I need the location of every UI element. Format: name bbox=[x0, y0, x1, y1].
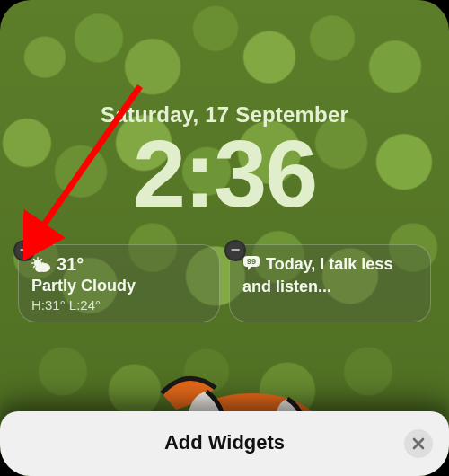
quote-bubble-icon: 99 bbox=[242, 255, 260, 277]
weather-condition: Partly Cloudy bbox=[31, 277, 207, 295]
svg-point-10 bbox=[35, 265, 44, 272]
remove-widget-button[interactable]: − bbox=[224, 240, 246, 261]
weather-widget[interactable]: − 31° Partly Cloudy H:31° L:24° bbox=[18, 244, 220, 322]
minus-icon: − bbox=[20, 242, 30, 258]
widget-row: − 31° Partly Cloudy H:31° L:24° bbox=[18, 244, 431, 322]
sheet-title: Add Widgets bbox=[164, 431, 285, 454]
weather-temp: 31° bbox=[57, 254, 84, 275]
quote-widget[interactable]: − 99 Today, I talk less and listen... bbox=[229, 244, 431, 322]
close-sheet-button[interactable] bbox=[404, 429, 433, 458]
add-widgets-sheet[interactable]: Add Widgets bbox=[0, 411, 449, 476]
svg-line-8 bbox=[40, 259, 41, 260]
lock-screen-time[interactable]: 2:36 bbox=[0, 126, 449, 221]
svg-text:99: 99 bbox=[247, 257, 256, 266]
minus-icon: − bbox=[231, 242, 241, 258]
quote-text: Today, I talk less and listen... bbox=[242, 255, 392, 295]
svg-line-5 bbox=[34, 259, 35, 260]
weather-hilo: H:31° L:24° bbox=[31, 297, 207, 313]
close-icon bbox=[412, 437, 425, 450]
partly-cloudy-icon bbox=[31, 257, 51, 273]
remove-widget-button[interactable]: − bbox=[13, 240, 35, 261]
lock-screen-editor: Saturday, 17 September 2:36 − 31° bbox=[0, 0, 449, 476]
svg-line-7 bbox=[34, 266, 35, 267]
